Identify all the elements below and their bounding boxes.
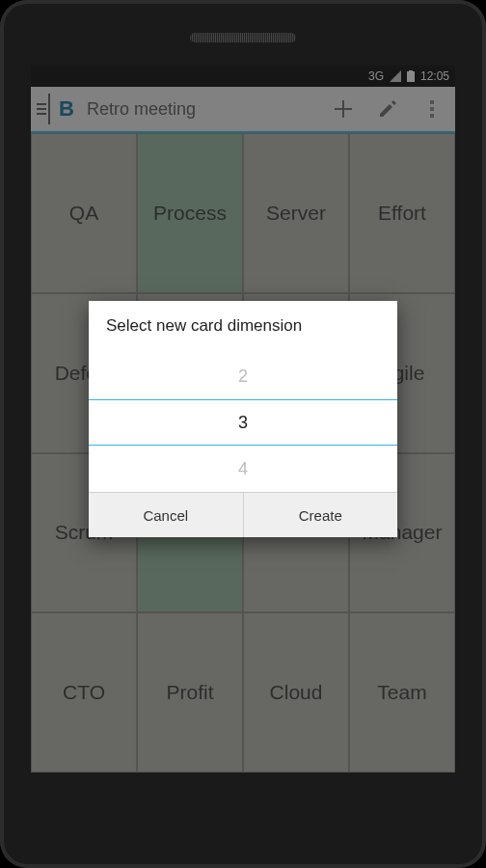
dimension-dialog: Select new card dimension 2 3 4 Cancel C…: [89, 301, 397, 537]
device-speaker: [190, 33, 296, 42]
dialog-title: Select new card dimension: [89, 301, 397, 353]
device-frame: 3G 12:05 B Retro meeting: [0, 0, 486, 868]
modal-overlay[interactable]: Select new card dimension 2 3 4 Cancel C…: [31, 66, 455, 773]
dialog-button-bar: Cancel Create: [89, 492, 397, 537]
screen: 3G 12:05 B Retro meeting: [31, 66, 455, 773]
create-button[interactable]: Create: [243, 493, 398, 537]
picker-option-selected[interactable]: 3: [89, 399, 397, 446]
picker-option-prev[interactable]: 2: [89, 353, 397, 399]
cancel-button[interactable]: Cancel: [89, 493, 243, 537]
number-picker[interactable]: 2 3 4: [89, 353, 397, 492]
picker-option-next[interactable]: 4: [89, 446, 397, 492]
